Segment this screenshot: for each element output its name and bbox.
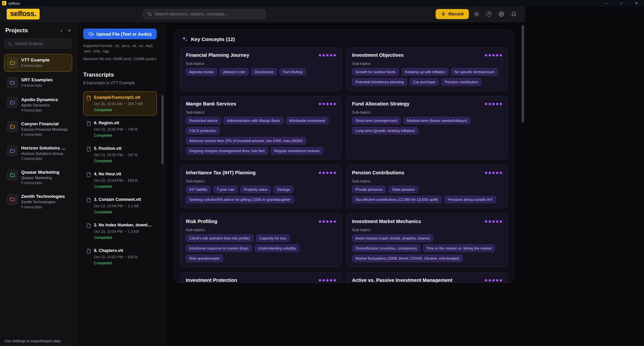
subtopics-label: Sub-topics: bbox=[352, 110, 502, 114]
sparkles-icon bbox=[182, 36, 188, 42]
subtopic-tag: Fact-finding bbox=[280, 68, 305, 76]
subtopics-label: Sub-topics: bbox=[186, 61, 336, 66]
main-content: Key Concepts (12) Financial Planning Jou… bbox=[164, 22, 525, 346]
transcript-status: Completed bbox=[94, 133, 138, 137]
folder-icon bbox=[7, 170, 18, 180]
dot-icon bbox=[323, 279, 325, 282]
transcript-name: 6. Region.vtt bbox=[94, 121, 138, 125]
dot-icon bbox=[485, 103, 487, 105]
notifications-button[interactable] bbox=[509, 9, 518, 19]
dot-icon bbox=[323, 172, 325, 174]
subtopic-tag: Capacity for loss bbox=[256, 234, 290, 242]
transcript-item[interactable]: 8. Chapters.vttOct 13, 10:02 PM • 320 BC… bbox=[83, 245, 157, 269]
subtopics-label: Sub-topics: bbox=[352, 61, 502, 66]
window-controls: ─ □ ✕ bbox=[599, 0, 644, 6]
concept-title: Active vs. Passive Investment Management bbox=[352, 277, 452, 283]
file-icon bbox=[86, 121, 91, 137]
transcript-item[interactable]: ExampleTranscript1.vttOct 28, 10:51 AM •… bbox=[83, 91, 157, 116]
subtopic-tag: Pensions being outside IHT bbox=[444, 196, 496, 203]
subtopic-tag: Agenda review bbox=[186, 68, 217, 76]
project-item[interactable]: Apollo DynamicsApollo Dynamics4 transcri… bbox=[4, 94, 72, 116]
dot-icon bbox=[334, 172, 336, 174]
maximize-button[interactable]: □ bbox=[614, 0, 629, 6]
titlebar: s. selfoss ─ □ ✕ bbox=[0, 0, 644, 6]
file-icon bbox=[86, 198, 91, 214]
subtopics-label: Sub-topics: bbox=[352, 228, 502, 232]
dot-icon bbox=[319, 54, 321, 56]
transcript-item[interactable]: 3. Contain Comment.vttOct 13, 10:04 PM •… bbox=[83, 193, 157, 218]
transcript-status: Completed bbox=[94, 261, 138, 265]
folder-icon bbox=[7, 57, 18, 68]
close-button[interactable]: ✕ bbox=[629, 0, 644, 6]
transcript-list: ExampleTranscript1.vttOct 28, 10:51 AM •… bbox=[83, 91, 157, 346]
record-button[interactable]: Record bbox=[436, 9, 469, 19]
importance-dots bbox=[319, 277, 336, 282]
dot-icon bbox=[485, 54, 487, 56]
settings-button[interactable] bbox=[497, 9, 506, 19]
theme-toggle-button[interactable] bbox=[472, 9, 481, 19]
project-item[interactable]: SRT Examples3 transcripts bbox=[4, 74, 72, 91]
transcript-item[interactable]: 2. No Index Number, downloa...Oct 13, 10… bbox=[83, 219, 157, 243]
project-item[interactable]: Quasar MarketingQuasar Marketing5 transc… bbox=[4, 166, 72, 188]
meta-separator-dot: • bbox=[125, 230, 126, 233]
subtopic-tag: Client's risk aversion (low risk profile… bbox=[186, 234, 253, 242]
project-desc: Apollo Dynamics bbox=[21, 103, 58, 107]
collapse-sidebar-button[interactable]: ‹ bbox=[60, 28, 62, 33]
project-count: 3 transcripts bbox=[21, 83, 53, 87]
subtopic-tags: Agenda reviewAdvisor's roleDisclosuresFa… bbox=[186, 68, 336, 76]
transcript-scrollbar[interactable] bbox=[161, 95, 163, 165]
transcript-item[interactable]: 4. No Hour.vttOct 13, 10:04 PM • 559 BCo… bbox=[83, 168, 157, 192]
project-item[interactable]: Horizon Solutions Gr...Horizon Solutions… bbox=[4, 142, 72, 164]
transcripts-panel: Upload File (Text or Audio) Supported fo… bbox=[77, 22, 164, 346]
transcript-name: 2. No Index Number, downloa... bbox=[94, 223, 154, 227]
subtopic-tags: Restricted adviceAdministration with Man… bbox=[186, 117, 336, 155]
dot-icon bbox=[334, 54, 336, 56]
transcripts-subtitle: 8 transcripts in VTT Example bbox=[83, 81, 157, 85]
subtopic-tags: IHT liability7-year ruleProperty valueSa… bbox=[186, 186, 336, 203]
project-search-input[interactable] bbox=[15, 41, 68, 46]
titlebar-left: s. selfoss bbox=[0, 1, 20, 5]
subtopic-tag: Regular investment reviews bbox=[271, 147, 323, 155]
add-project-button[interactable]: + bbox=[68, 28, 71, 33]
transcript-name: 8. Chapters.vtt bbox=[94, 248, 138, 253]
transcript-item[interactable]: 5. Position.vttOct 13, 10:05 PM • 297 BC… bbox=[83, 142, 157, 167]
transcript-item[interactable]: 6. Region.vttOct 13, 10:05 PM • 749 BCom… bbox=[83, 117, 157, 141]
subtopic-tags: Short-term (emergencies)Medium-term (fut… bbox=[352, 117, 502, 134]
importance-dots bbox=[485, 277, 502, 282]
project-item[interactable]: Canyon FinancialCanyon Financial Meeting… bbox=[4, 118, 72, 140]
upload-file-button[interactable]: Upload File (Text or Audio) bbox=[83, 29, 157, 39]
importance-dots bbox=[319, 52, 336, 56]
concept-title: Inheritance Tax (IHT) Planning bbox=[186, 170, 256, 175]
search-input[interactable] bbox=[155, 11, 261, 16]
project-name: SRT Examples bbox=[21, 77, 53, 82]
concept-title: Investment Protection bbox=[186, 277, 237, 283]
dot-icon bbox=[323, 220, 325, 223]
subtopic-tag: Worldwide investment bbox=[286, 117, 329, 124]
dot-icon bbox=[489, 172, 491, 174]
dot-icon bbox=[485, 220, 487, 223]
project-search[interactable] bbox=[4, 39, 72, 49]
subtopic-tag: No specific term/amount bbox=[451, 68, 498, 76]
concept-card: Investment ObjectivesSub-topics:Growth f… bbox=[346, 47, 508, 91]
meta-separator-dot: • bbox=[125, 102, 126, 105]
subtopic-tag: Medium-term (future needs/holidays) bbox=[403, 117, 470, 124]
subtopic-tag: Car purchase bbox=[410, 78, 439, 86]
project-name: Canyon Financial bbox=[21, 121, 68, 126]
global-search[interactable] bbox=[143, 9, 266, 19]
help-button[interactable]: ? bbox=[484, 9, 494, 19]
dot-icon bbox=[323, 54, 325, 56]
concept-card: Financial Planning JourneySub-topics:Age… bbox=[180, 47, 342, 91]
minimize-button[interactable]: ─ bbox=[599, 0, 614, 6]
importance-dots bbox=[485, 101, 502, 105]
project-item[interactable]: Zenith TechnologiesZenith Technologies5 … bbox=[4, 190, 72, 212]
project-item[interactable]: VTT Example8 transcripts bbox=[4, 54, 72, 72]
folder-icon bbox=[7, 194, 18, 205]
dot-icon bbox=[500, 103, 502, 105]
dot-icon bbox=[492, 172, 495, 174]
main-scrollbar[interactable] bbox=[522, 25, 524, 123]
key-concepts-panel: Key Concepts (12) Financial Planning Jou… bbox=[175, 30, 513, 283]
sun-icon bbox=[474, 11, 479, 17]
transcript-status: Completed bbox=[94, 235, 154, 240]
subtopics-label: Sub-topics: bbox=[352, 179, 502, 183]
subtopic-tag: Long-term (growth, beating inflation) bbox=[352, 127, 418, 134]
